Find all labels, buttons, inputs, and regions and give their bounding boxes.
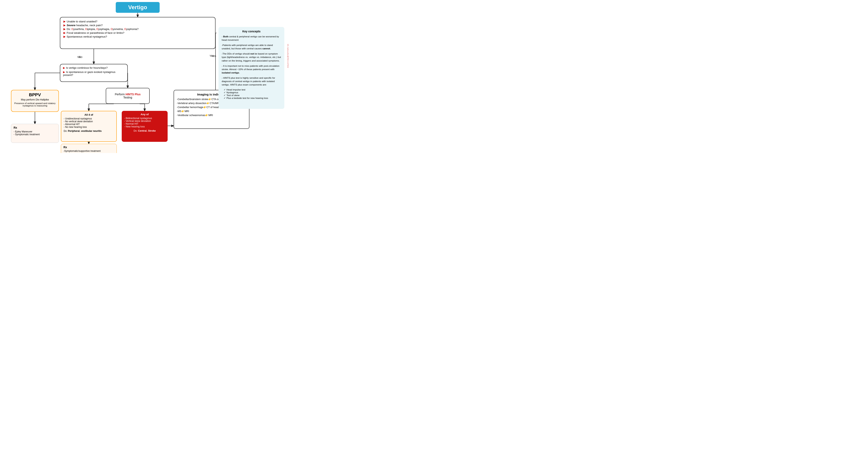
watermark: Sh.laboudie@RECAPEM <box>287 44 289 68</box>
peripheral-item-1: - Unidirectional nystagmus <box>64 117 114 120</box>
central-header: Any of <box>124 113 165 116</box>
bppv-subtitle: May perform Dix-Hallpike <box>14 98 56 101</box>
peripheral-rx-title: Rx <box>63 146 114 149</box>
key-concepts-box: Key concepts - Both central & peripheral… <box>218 27 284 109</box>
central-box: Any of - Bidirectional nystagmus - Verti… <box>122 111 167 142</box>
bppv-rx-item-1: - Epley Maneuver <box>13 130 56 133</box>
main-question-box: Unable to stand unaided? Severe headache… <box>60 17 216 49</box>
mq-item-5: Spontaneous vertical nystagmus? <box>63 35 212 38</box>
yes-label: Yes <box>210 54 214 57</box>
central-item-3: - Normal HIT <box>124 122 165 125</box>
bppv-detail: Presence of vertical upward and rotatory… <box>14 102 56 107</box>
central-item-2: - Vertical skew deviation <box>124 120 165 122</box>
bppv-box: BPPV May perform Dix-Hallpike Presence o… <box>11 90 59 112</box>
diagram: No Yes Vertigo Unable to stand <box>0 0 289 153</box>
central-dx: Central. Stroke <box>138 130 156 132</box>
peripheral-dx-label: Dx: Peripheral. vestibular neuritis <box>64 130 114 133</box>
mq-item-2: Severe headache, neck pain? <box>63 24 212 27</box>
central-dx-label: Dx: Central. Stroke <box>124 130 165 132</box>
hints-line2: HINTS Plus <box>125 93 141 96</box>
bppv-rx-box: Rx - Epley Maneuver - Symptomatic treatm… <box>11 124 59 143</box>
bppv-title: BPPV <box>14 92 56 97</box>
bppv-rx-title: Rx <box>13 126 56 129</box>
peripheral-dx: Peripheral. vestibular neuritis <box>68 130 101 133</box>
check-1: Head impulse test <box>224 88 281 91</box>
hints-box: Perform HINTS Plus Testing <box>106 88 150 104</box>
key-point-3: -The DDx of vertigo should not be based … <box>222 52 281 62</box>
check-2: Nystagmus <box>224 91 281 94</box>
key-title: Key concepts <box>222 30 281 33</box>
peripheral-header: All 4 of <box>64 113 114 116</box>
peripheral-rx-item-1: -Symptomatic/supportive treatment <box>63 150 114 152</box>
vertigo-label: Vertigo <box>128 4 147 10</box>
imaging-item-5: -Vestibular schwannomas👉MRI <box>177 114 246 117</box>
check-3: Test of skew <box>224 94 281 97</box>
bppv-rx-item-2: - Symptomatic treatment <box>13 133 56 136</box>
check-4: Plus a bedside test for new hearing loss <box>224 97 281 99</box>
imaging-item-4: -MS👉MRI <box>177 110 246 113</box>
sq-item-1: Is vertigo continious for hours/days? <box>63 66 125 69</box>
key-point-5: - HINTS plus test is highly sensitive an… <box>222 76 281 86</box>
key-checklist: Head impulse test Nystagmus Test of skew… <box>222 88 281 99</box>
mq-item-4: Focal weakness or parasthesia of face or… <box>63 31 212 34</box>
central-item-4: - New hearing loss <box>124 125 165 128</box>
key-point-2: -Patients with peripheral vertigo are ab… <box>222 44 281 50</box>
peripheral-item-3: - Abnormal HIT <box>64 123 114 126</box>
hints-line1: Perform <box>115 93 125 96</box>
hints-line3: Testing <box>123 96 132 99</box>
mq-item-1: Unable to stand unaided? <box>63 20 212 23</box>
secondary-question-box: Is vertigo continious for hours/days? Is… <box>60 64 128 82</box>
mq-item-3: Ds: Dysarthria, Diplopia, Dysphagia, Dys… <box>63 27 212 31</box>
vertigo-box: Vertigo <box>116 2 160 13</box>
peripheral-item-2: - No vertical skew deviation <box>64 120 114 123</box>
key-point-4: - It is important not to miss patients w… <box>222 64 281 75</box>
central-item-1: - Bidirectional nystagmus <box>124 117 165 120</box>
key-point-1: - Both central & peripheral vertigo can … <box>222 35 281 42</box>
peripheral-box: All 4 of - Unidirectional nystagmus - No… <box>61 111 117 142</box>
peripheral-rx-box: Rx -Symptomatic/supportive treatment <box>61 144 117 153</box>
peripheral-item-4: - No new hearing loss <box>64 126 114 128</box>
no-label: No <box>78 56 81 59</box>
sq-item-2: Is spontaneous or gaze evoked nystagmus … <box>63 70 125 77</box>
